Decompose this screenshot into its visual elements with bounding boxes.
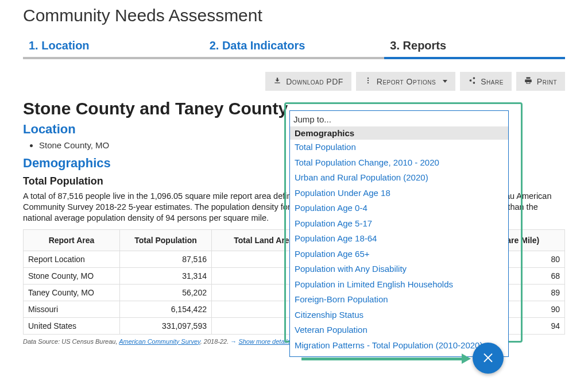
share-button[interactable]: Share	[460, 72, 512, 91]
table-cell: Report Location	[24, 251, 120, 267]
step-location[interactable]: 1. Location	[23, 36, 204, 59]
jump-link[interactable]: Population with Any Disability	[290, 262, 508, 277]
table-cell: 56,202	[119, 284, 211, 301]
table-cell: 31,314	[119, 267, 211, 284]
table-cell: United States	[24, 317, 120, 334]
kebab-icon	[364, 76, 372, 86]
source-suffix: . 2018-22.	[200, 338, 231, 345]
show-more-details-link[interactable]: Show more details	[238, 338, 291, 345]
jump-link[interactable]: Population Age 18-64	[290, 231, 508, 247]
step-reports[interactable]: 3. Reports	[384, 36, 565, 59]
share-icon	[468, 76, 476, 86]
page-title: Community Needs Assessment	[23, 6, 565, 25]
step-data-indicators[interactable]: 2. Data Indicators	[204, 36, 385, 59]
jump-link[interactable]: Foreign-Born Population	[290, 292, 508, 308]
close-button[interactable]	[473, 343, 504, 374]
close-icon	[481, 350, 495, 366]
jump-link[interactable]: Citizenship Status	[290, 308, 508, 323]
annotation-arrow	[301, 354, 471, 364]
jump-link[interactable]: Population Age 0-4	[290, 201, 508, 216]
step-nav: 1. Location 2. Data Indicators 3. Report…	[23, 36, 565, 62]
jump-link[interactable]: Population in Limited English Households	[290, 277, 508, 293]
download-label: Download PDF	[286, 77, 343, 86]
table-cell: Taney County, MO	[24, 284, 120, 301]
print-button[interactable]: Print	[516, 72, 565, 91]
share-label: Share	[481, 77, 504, 86]
print-label: Print	[537, 77, 557, 86]
jump-link[interactable]: Population Age 65+	[290, 247, 508, 262]
table-cell: 6,154,422	[119, 301, 211, 317]
table-cell: Missouri	[24, 301, 120, 317]
jump-to-panel: Jump to... Demographics Total Population…	[289, 110, 509, 357]
print-icon	[524, 76, 532, 86]
jump-link[interactable]: Population Age 5-17	[290, 216, 508, 232]
source-link[interactable]: American Community Survey	[119, 338, 200, 345]
table-cell: Stone County, MO	[24, 267, 120, 284]
options-label: Report Options	[377, 77, 436, 86]
download-icon	[273, 76, 281, 86]
table-cell: 331,097,593	[119, 317, 211, 334]
source-prefix: Data Source: US Census Bureau,	[23, 338, 119, 345]
jump-link[interactable]: Veteran Population	[290, 322, 508, 338]
col-report-area: Report Area	[24, 229, 120, 251]
jump-link[interactable]: Population Under Age 18	[290, 186, 508, 201]
report-toolbar: Download PDF Report Options Share Print	[23, 72, 565, 91]
jump-group-demographics: Demographics	[290, 126, 508, 140]
jump-link[interactable]: Total Population Change, 2010 - 2020	[290, 155, 508, 171]
svg-point-0	[368, 78, 369, 79]
jump-link[interactable]: Total Population	[290, 140, 508, 155]
svg-point-2	[368, 82, 369, 83]
jump-link[interactable]: Urban and Rural Population (2020)	[290, 170, 508, 186]
chevron-down-icon	[443, 80, 447, 83]
download-pdf-button[interactable]: Download PDF	[265, 72, 351, 91]
arrow-right-icon: →	[230, 338, 238, 345]
report-options-button[interactable]: Report Options	[356, 72, 455, 91]
jump-to-title: Jump to...	[290, 113, 508, 126]
svg-point-1	[368, 80, 369, 81]
col-total-population: Total Population	[119, 229, 211, 251]
table-cell: 87,516	[119, 251, 211, 267]
